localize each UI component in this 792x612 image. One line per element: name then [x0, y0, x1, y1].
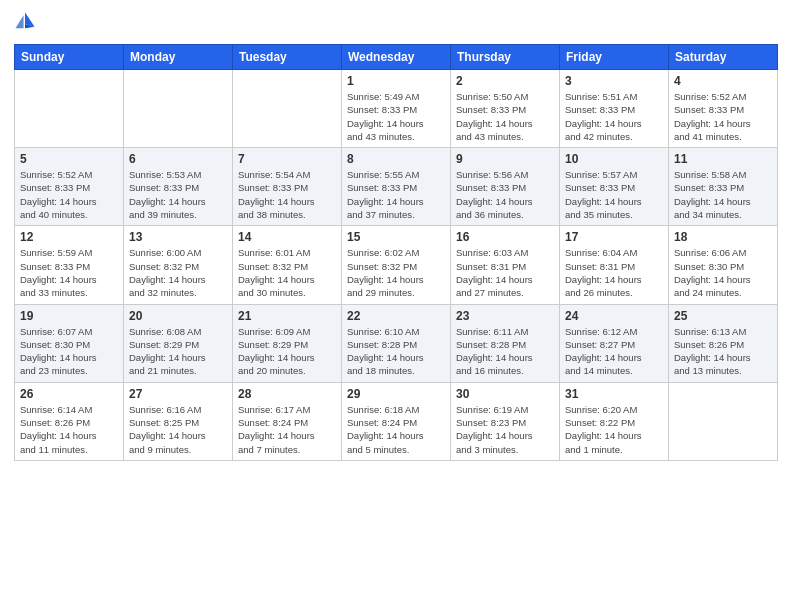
calendar-cell: 3Sunrise: 5:51 AM Sunset: 8:33 PM Daylig… — [560, 70, 669, 148]
day-number: 23 — [456, 309, 554, 323]
day-info: Sunrise: 6:20 AM Sunset: 8:22 PM Dayligh… — [565, 403, 663, 456]
day-info: Sunrise: 6:01 AM Sunset: 8:32 PM Dayligh… — [238, 246, 336, 299]
calendar-cell: 30Sunrise: 6:19 AM Sunset: 8:23 PM Dayli… — [451, 382, 560, 460]
calendar-cell: 13Sunrise: 6:00 AM Sunset: 8:32 PM Dayli… — [124, 226, 233, 304]
header — [14, 10, 778, 36]
calendar-cell: 21Sunrise: 6:09 AM Sunset: 8:29 PM Dayli… — [233, 304, 342, 382]
day-info: Sunrise: 6:12 AM Sunset: 8:27 PM Dayligh… — [565, 325, 663, 378]
calendar-cell: 4Sunrise: 5:52 AM Sunset: 8:33 PM Daylig… — [669, 70, 778, 148]
calendar-cell: 9Sunrise: 5:56 AM Sunset: 8:33 PM Daylig… — [451, 148, 560, 226]
day-number: 18 — [674, 230, 772, 244]
day-info: Sunrise: 6:18 AM Sunset: 8:24 PM Dayligh… — [347, 403, 445, 456]
day-number: 19 — [20, 309, 118, 323]
calendar-cell: 24Sunrise: 6:12 AM Sunset: 8:27 PM Dayli… — [560, 304, 669, 382]
day-info: Sunrise: 6:14 AM Sunset: 8:26 PM Dayligh… — [20, 403, 118, 456]
day-number: 25 — [674, 309, 772, 323]
day-info: Sunrise: 6:04 AM Sunset: 8:31 PM Dayligh… — [565, 246, 663, 299]
calendar-cell: 27Sunrise: 6:16 AM Sunset: 8:25 PM Dayli… — [124, 382, 233, 460]
weekday-header-saturday: Saturday — [669, 45, 778, 70]
calendar-cell: 1Sunrise: 5:49 AM Sunset: 8:33 PM Daylig… — [342, 70, 451, 148]
calendar-cell: 16Sunrise: 6:03 AM Sunset: 8:31 PM Dayli… — [451, 226, 560, 304]
day-info: Sunrise: 5:59 AM Sunset: 8:33 PM Dayligh… — [20, 246, 118, 299]
calendar-cell: 18Sunrise: 6:06 AM Sunset: 8:30 PM Dayli… — [669, 226, 778, 304]
weekday-header-row: SundayMondayTuesdayWednesdayThursdayFrid… — [15, 45, 778, 70]
day-number: 8 — [347, 152, 445, 166]
calendar-cell: 8Sunrise: 5:55 AM Sunset: 8:33 PM Daylig… — [342, 148, 451, 226]
day-number: 5 — [20, 152, 118, 166]
calendar-cell: 6Sunrise: 5:53 AM Sunset: 8:33 PM Daylig… — [124, 148, 233, 226]
day-info: Sunrise: 6:17 AM Sunset: 8:24 PM Dayligh… — [238, 403, 336, 456]
day-info: Sunrise: 6:07 AM Sunset: 8:30 PM Dayligh… — [20, 325, 118, 378]
calendar-cell: 14Sunrise: 6:01 AM Sunset: 8:32 PM Dayli… — [233, 226, 342, 304]
day-number: 13 — [129, 230, 227, 244]
day-number: 15 — [347, 230, 445, 244]
svg-marker-1 — [15, 15, 23, 28]
calendar-cell: 29Sunrise: 6:18 AM Sunset: 8:24 PM Dayli… — [342, 382, 451, 460]
generalblue-icon — [14, 10, 36, 32]
calendar-cell — [124, 70, 233, 148]
calendar-cell: 10Sunrise: 5:57 AM Sunset: 8:33 PM Dayli… — [560, 148, 669, 226]
day-info: Sunrise: 6:13 AM Sunset: 8:26 PM Dayligh… — [674, 325, 772, 378]
day-info: Sunrise: 6:10 AM Sunset: 8:28 PM Dayligh… — [347, 325, 445, 378]
day-number: 11 — [674, 152, 772, 166]
day-info: Sunrise: 6:11 AM Sunset: 8:28 PM Dayligh… — [456, 325, 554, 378]
day-number: 2 — [456, 74, 554, 88]
day-info: Sunrise: 5:52 AM Sunset: 8:33 PM Dayligh… — [20, 168, 118, 221]
weekday-header-wednesday: Wednesday — [342, 45, 451, 70]
calendar-cell: 28Sunrise: 6:17 AM Sunset: 8:24 PM Dayli… — [233, 382, 342, 460]
weekday-header-thursday: Thursday — [451, 45, 560, 70]
day-info: Sunrise: 5:50 AM Sunset: 8:33 PM Dayligh… — [456, 90, 554, 143]
day-number: 4 — [674, 74, 772, 88]
day-number: 3 — [565, 74, 663, 88]
day-info: Sunrise: 5:52 AM Sunset: 8:33 PM Dayligh… — [674, 90, 772, 143]
day-number: 9 — [456, 152, 554, 166]
day-number: 21 — [238, 309, 336, 323]
day-info: Sunrise: 6:08 AM Sunset: 8:29 PM Dayligh… — [129, 325, 227, 378]
day-number: 12 — [20, 230, 118, 244]
day-number: 17 — [565, 230, 663, 244]
day-number: 20 — [129, 309, 227, 323]
day-info: Sunrise: 5:54 AM Sunset: 8:33 PM Dayligh… — [238, 168, 336, 221]
day-info: Sunrise: 6:03 AM Sunset: 8:31 PM Dayligh… — [456, 246, 554, 299]
calendar-cell: 19Sunrise: 6:07 AM Sunset: 8:30 PM Dayli… — [15, 304, 124, 382]
calendar-cell: 15Sunrise: 6:02 AM Sunset: 8:32 PM Dayli… — [342, 226, 451, 304]
day-info: Sunrise: 6:19 AM Sunset: 8:23 PM Dayligh… — [456, 403, 554, 456]
calendar-cell: 31Sunrise: 6:20 AM Sunset: 8:22 PM Dayli… — [560, 382, 669, 460]
day-info: Sunrise: 5:57 AM Sunset: 8:33 PM Dayligh… — [565, 168, 663, 221]
day-info: Sunrise: 5:55 AM Sunset: 8:33 PM Dayligh… — [347, 168, 445, 221]
day-number: 28 — [238, 387, 336, 401]
calendar-cell: 5Sunrise: 5:52 AM Sunset: 8:33 PM Daylig… — [15, 148, 124, 226]
calendar-week-row: 1Sunrise: 5:49 AM Sunset: 8:33 PM Daylig… — [15, 70, 778, 148]
calendar-cell: 17Sunrise: 6:04 AM Sunset: 8:31 PM Dayli… — [560, 226, 669, 304]
day-info: Sunrise: 5:51 AM Sunset: 8:33 PM Dayligh… — [565, 90, 663, 143]
calendar-cell: 11Sunrise: 5:58 AM Sunset: 8:33 PM Dayli… — [669, 148, 778, 226]
day-number: 31 — [565, 387, 663, 401]
calendar-cell — [15, 70, 124, 148]
weekday-header-sunday: Sunday — [15, 45, 124, 70]
day-number: 10 — [565, 152, 663, 166]
calendar-week-row: 26Sunrise: 6:14 AM Sunset: 8:26 PM Dayli… — [15, 382, 778, 460]
day-number: 6 — [129, 152, 227, 166]
day-number: 22 — [347, 309, 445, 323]
weekday-header-friday: Friday — [560, 45, 669, 70]
calendar-cell: 7Sunrise: 5:54 AM Sunset: 8:33 PM Daylig… — [233, 148, 342, 226]
day-info: Sunrise: 5:58 AM Sunset: 8:33 PM Dayligh… — [674, 168, 772, 221]
calendar-cell: 20Sunrise: 6:08 AM Sunset: 8:29 PM Dayli… — [124, 304, 233, 382]
day-number: 29 — [347, 387, 445, 401]
day-info: Sunrise: 5:53 AM Sunset: 8:33 PM Dayligh… — [129, 168, 227, 221]
calendar-cell — [233, 70, 342, 148]
calendar: SundayMondayTuesdayWednesdayThursdayFrid… — [14, 44, 778, 461]
day-info: Sunrise: 6:02 AM Sunset: 8:32 PM Dayligh… — [347, 246, 445, 299]
day-info: Sunrise: 6:06 AM Sunset: 8:30 PM Dayligh… — [674, 246, 772, 299]
weekday-header-monday: Monday — [124, 45, 233, 70]
day-number: 30 — [456, 387, 554, 401]
day-number: 7 — [238, 152, 336, 166]
calendar-week-row: 19Sunrise: 6:07 AM Sunset: 8:30 PM Dayli… — [15, 304, 778, 382]
calendar-cell: 26Sunrise: 6:14 AM Sunset: 8:26 PM Dayli… — [15, 382, 124, 460]
day-info: Sunrise: 6:09 AM Sunset: 8:29 PM Dayligh… — [238, 325, 336, 378]
day-number: 1 — [347, 74, 445, 88]
day-info: Sunrise: 6:16 AM Sunset: 8:25 PM Dayligh… — [129, 403, 227, 456]
weekday-header-tuesday: Tuesday — [233, 45, 342, 70]
logo — [14, 10, 38, 36]
day-info: Sunrise: 5:49 AM Sunset: 8:33 PM Dayligh… — [347, 90, 445, 143]
